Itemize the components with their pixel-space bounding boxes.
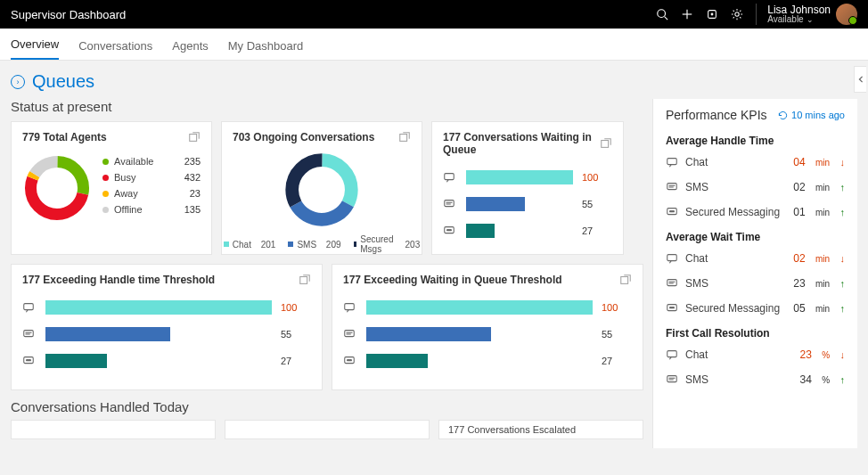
kpi-line: SMS 23 min ↑ [666, 277, 845, 290]
svg-point-42 [350, 359, 351, 360]
trend-up-icon: ↑ [840, 182, 846, 192]
app-header: Supervisor Dashboard Lisa Johnson Availa… [0, 0, 868, 29]
svg-rect-36 [345, 331, 355, 337]
msg-icon [666, 302, 678, 315]
chevron-circle-icon[interactable]: › [11, 75, 25, 89]
sms-icon [343, 328, 357, 340]
svg-rect-59 [667, 351, 677, 357]
gear-icon[interactable] [731, 8, 743, 20]
svg-point-11 [30, 161, 83, 214]
peek-card[interactable] [225, 420, 430, 439]
kpi-title: Performance KPIs [666, 108, 767, 122]
assistant-icon[interactable] [706, 8, 718, 20]
tab-my-dashboard[interactable]: My Dashboard [228, 39, 304, 60]
svg-rect-7 [190, 135, 197, 142]
card-title: 177 Exceeding Waiting in Queue Threshold [343, 274, 562, 286]
collapse-panel-button[interactable] [854, 66, 866, 93]
handled-today-heading: Conversations Handled Today [11, 399, 643, 414]
tab-overview[interactable]: Overview [11, 37, 59, 60]
svg-point-23 [448, 229, 449, 230]
svg-point-33 [29, 359, 30, 360]
status-heading: Status at present [11, 99, 643, 114]
bar-row: 100 [443, 170, 609, 184]
svg-rect-12 [400, 135, 407, 142]
search-icon[interactable] [656, 8, 668, 20]
kpi-panel: Performance KPIs 10 mins ago Average Han… [652, 99, 857, 448]
legend-row: Busy432 [102, 172, 201, 183]
svg-line-1 [665, 17, 668, 20]
sms-icon [666, 277, 678, 290]
kpi-line: Secured Messaging 01 min ↑ [666, 206, 845, 218]
ongoing-donut-chart [283, 151, 361, 229]
agents-donut-chart [22, 151, 92, 225]
sms-icon [22, 328, 37, 340]
kpi-group: Average Handle Time Chat 04 min ↓ SMS 02… [666, 135, 845, 218]
sms-icon [443, 198, 457, 210]
msg-icon [22, 355, 37, 367]
svg-point-41 [348, 359, 349, 360]
svg-point-15 [292, 160, 352, 220]
svg-rect-34 [621, 277, 628, 284]
popout-icon[interactable] [619, 274, 632, 286]
kpi-line: Chat 02 min ↓ [666, 252, 845, 265]
bar-row: 100 [22, 300, 307, 315]
sms-icon [666, 373, 678, 386]
tab-agents[interactable]: Agents [172, 39, 208, 60]
msg-icon [443, 225, 457, 237]
card-total-agents: 779 Total Agents Available235Busy432Away… [11, 121, 212, 255]
svg-point-5 [711, 13, 713, 15]
trend-down-icon: ↓ [840, 349, 846, 360]
svg-point-22 [447, 229, 448, 230]
tab-conversations[interactable]: Conversations [78, 39, 152, 60]
popout-icon[interactable] [299, 274, 311, 286]
trend-down-icon: ↓ [840, 253, 846, 264]
legend-item: SMS 209 [288, 234, 340, 254]
kpi-line: Chat 04 min ↓ [666, 156, 845, 168]
trend-up-icon: ↑ [840, 278, 846, 289]
tab-bar: Overview Conversations Agents My Dashboa… [0, 29, 868, 61]
legend-row: Away23 [102, 188, 201, 199]
kpi-line: SMS 02 min ↑ [666, 181, 845, 193]
trend-down-icon: ↓ [840, 157, 846, 168]
card-title: 779 Total Agents [22, 131, 107, 143]
plus-icon[interactable] [681, 8, 693, 20]
trend-up-icon: ↑ [840, 303, 846, 314]
chat-icon [343, 301, 357, 314]
msg-icon [343, 355, 357, 367]
peek-card[interactable]: 177 Conversations Escalated [438, 420, 643, 439]
user-menu[interactable]: Lisa Johnson Available⌄ [756, 4, 857, 25]
kpi-group: Average Wait Time Chat 02 min ↓ SMS 23 m… [666, 231, 845, 315]
page-title: › Queues [11, 71, 857, 92]
bar-row: 27 [22, 354, 307, 368]
svg-point-24 [450, 229, 451, 230]
svg-rect-16 [602, 141, 609, 148]
bar-row: 55 [443, 197, 609, 211]
svg-point-40 [348, 359, 348, 360]
card-waiting: 177 Conversations Waiting in Queue 100 5… [431, 121, 624, 255]
legend-row: Available235 [102, 156, 201, 167]
card-ongoing: 703 Ongoing Conversations Chat 201SMS 20… [221, 121, 422, 255]
svg-rect-25 [300, 277, 307, 284]
chat-icon [666, 348, 678, 361]
kpi-refresh[interactable]: 10 mins ago [778, 110, 845, 120]
kpi-line: Secured Messaging 05 min ↑ [666, 302, 845, 315]
card-title: 703 Ongoing Conversations [233, 131, 374, 143]
popout-icon[interactable] [188, 131, 201, 143]
kpi-line: SMS 34 % ↑ [666, 373, 845, 386]
svg-rect-35 [345, 304, 355, 310]
svg-point-32 [28, 359, 29, 360]
svg-rect-18 [445, 201, 454, 207]
sms-icon [666, 181, 678, 193]
avatar[interactable] [836, 4, 857, 25]
popout-icon[interactable] [398, 131, 411, 143]
chat-icon [22, 301, 37, 314]
svg-point-50 [673, 210, 674, 211]
svg-point-31 [27, 359, 28, 360]
bar-row: 55 [343, 327, 628, 341]
kpi-group: First Call Resolution Chat 23 % ↓ SMS 34… [666, 327, 845, 386]
card-title: 177 Exceeding Handle time Threshold [22, 274, 215, 286]
svg-point-48 [670, 210, 671, 211]
peek-card[interactable] [11, 420, 216, 439]
waiting-bars: 100 55 27 [443, 163, 612, 242]
popout-icon[interactable] [600, 137, 612, 150]
